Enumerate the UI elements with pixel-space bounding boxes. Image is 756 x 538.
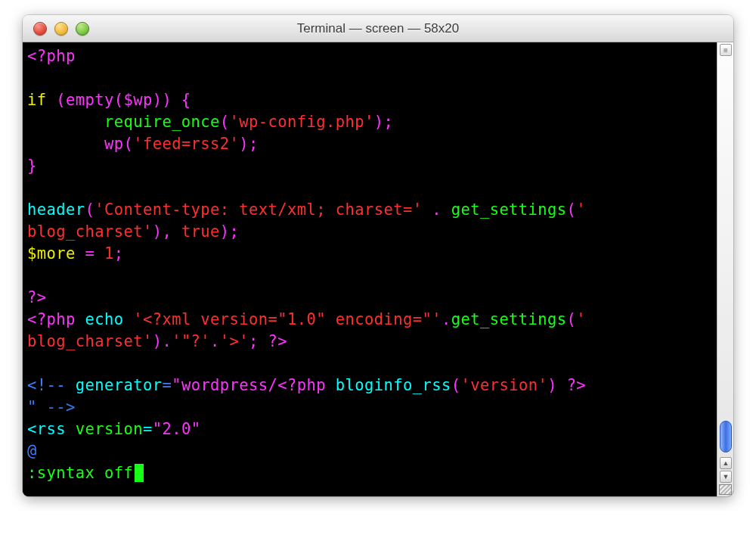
scroll-up-button[interactable]: ▲ (720, 457, 732, 469)
window-title: Terminal — screen — 58x20 (23, 21, 733, 36)
scrollbar-thumb[interactable] (720, 421, 732, 452)
titlebar[interactable]: Terminal — screen — 58x20 (23, 15, 733, 42)
scroll-menu-icon[interactable]: ≡ (720, 44, 732, 56)
vertical-scrollbar[interactable]: ≡ ▲ ▼ (717, 42, 733, 496)
terminal-window: Terminal — screen — 58x20 <?php if (empt… (23, 15, 733, 496)
scroll-down-button[interactable]: ▼ (720, 471, 732, 483)
content-area: <?php if (empty($wp)) { require_once('wp… (23, 42, 733, 496)
minimize-button[interactable] (54, 22, 68, 36)
close-button[interactable] (33, 22, 47, 36)
cursor-block (135, 464, 144, 482)
resize-grip[interactable] (719, 484, 732, 495)
traffic-lights (33, 22, 89, 36)
php-open-tag: <?php (27, 47, 76, 65)
terminal-viewport[interactable]: <?php if (empty($wp)) { require_once('wp… (23, 42, 717, 496)
vim-command-line[interactable]: :syntax off (27, 464, 133, 482)
zoom-button[interactable] (76, 22, 89, 36)
keyword-if: if (27, 91, 46, 109)
